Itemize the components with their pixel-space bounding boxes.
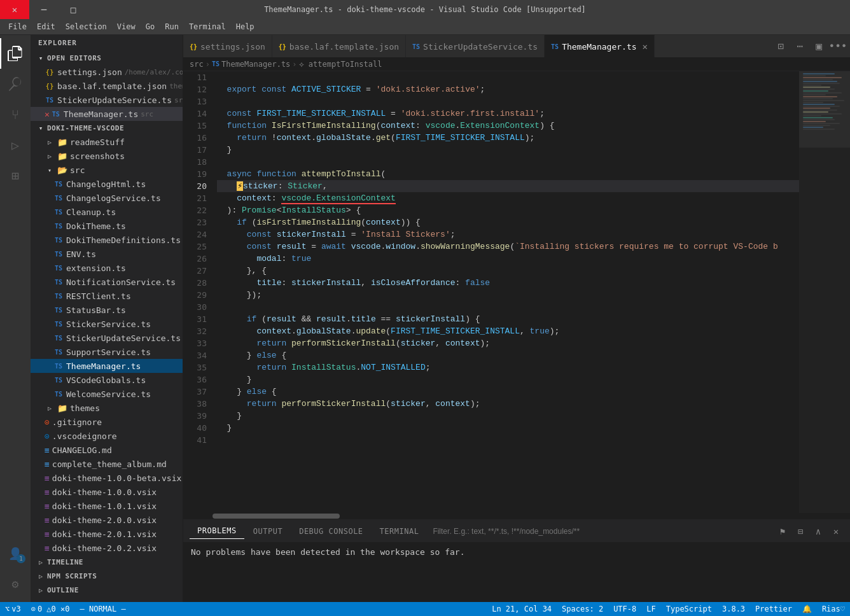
more-actions-button[interactable]: ⋯ <box>791 38 809 55</box>
cursor-position-item[interactable]: Ln 21, Col 34 <box>487 602 557 616</box>
horizontal-scrollbar[interactable] <box>183 513 850 519</box>
notification-item[interactable]: 🔔 <box>797 602 817 616</box>
file-vsix-202[interactable]: ≡ doki-theme-2.0.2.vsix <box>31 541 183 555</box>
file-changelogservice[interactable]: TS ChangelogService.ts <box>31 191 183 205</box>
activity-extensions[interactable]: ⊞ <box>0 160 31 191</box>
scrollbar-thumb[interactable] <box>212 514 340 519</box>
collapse-all-icon[interactable]: ⊟ <box>793 524 808 539</box>
file-welcomeservice[interactable]: TS WelcomeService.ts <box>31 387 183 401</box>
menu-run[interactable]: Run <box>160 21 184 32</box>
file-gitignore[interactable]: ⊙ .gitignore <box>31 415 183 429</box>
menu-go[interactable]: Go <box>141 21 160 32</box>
minimize-button[interactable]: ─ <box>29 0 59 19</box>
activity-search[interactable] <box>0 69 31 99</box>
code-editor[interactable]: 11 12 13 14 15 16 17 18 19 20 21 22 23 2… <box>183 71 850 513</box>
panel-chevron-up[interactable]: ∧ <box>811 524 826 539</box>
split-editor-button[interactable]: ⊡ <box>772 38 790 55</box>
file-notificationservice[interactable]: TS NotificationService.ts <box>31 275 183 289</box>
tab-actions: ⊡ ⋯ ▣ ••• <box>769 35 850 57</box>
tab-base[interactable]: {} base.laf.template.json <box>272 35 406 57</box>
panel-filter-input[interactable] <box>428 527 774 536</box>
file-statusbar[interactable]: TS StatusBar.ts <box>31 303 183 317</box>
menu-edit[interactable]: Edit <box>32 21 60 32</box>
activity-settings[interactable]: ⚙ <box>0 568 31 599</box>
file-cleanup[interactable]: TS Cleanup.ts <box>31 205 183 219</box>
activity-source-control[interactable]: ⑂ <box>0 99 31 130</box>
language-item[interactable]: TypeScript <box>661 602 717 616</box>
open-editor-theme[interactable]: ✕ TS ThemeManager.ts src <box>31 107 183 121</box>
panel-tab-terminal[interactable]: TERMINAL <box>372 524 427 539</box>
file-restclient[interactable]: TS RESTClient.ts <box>31 289 183 303</box>
folder-themes[interactable]: ▷ 📁 themes <box>31 401 183 415</box>
tab-close-button[interactable]: ✕ <box>643 42 648 51</box>
open-editor-settings[interactable]: {} settings.json /home/alex/.con... <box>31 65 183 79</box>
menu-terminal[interactable]: Terminal <box>184 21 231 32</box>
folder-src[interactable]: ▾ 📂 src <box>31 163 183 177</box>
folder-readmestuff[interactable]: ▷ 📁 readmeStuff <box>31 135 183 149</box>
activity-explorer[interactable] <box>0 38 31 69</box>
filter-icon[interactable]: ⚑ <box>775 524 790 539</box>
file-vscodeglobals[interactable]: TS VSCodeGlobals.ts <box>31 373 183 387</box>
file-vsix-201[interactable]: ≡ doki-theme-2.0.1.vsix <box>31 527 183 541</box>
maximize-button[interactable]: □ <box>59 0 88 19</box>
file-dokithemedefs[interactable]: TS DokiThemeDefinitions.ts <box>31 233 183 247</box>
errors-status-item[interactable]: ⊙ 0 △0 ✕0 <box>26 602 75 616</box>
prettier-item[interactable]: Prettier <box>750 602 797 616</box>
file-vsix-101[interactable]: ≡ doki-theme-1.0.1.vsix <box>31 499 183 513</box>
file-supportservice[interactable]: TS SupportService.ts <box>31 345 183 359</box>
tab-sticker[interactable]: TS StickerUpdateService.ts <box>406 35 545 57</box>
file-vsix-100[interactable]: ≡ doki-theme-1.0.0.vsix <box>31 485 183 499</box>
file-extension[interactable]: TS extension.ts <box>31 261 183 275</box>
panel-tab-problems[interactable]: PROBLEMS <box>190 523 244 539</box>
open-editor-base[interactable]: {} base.laf.template.json theme... <box>31 79 183 93</box>
folder-screenshots[interactable]: ▷ 📁 screenshots <box>31 149 183 163</box>
file-dokitheme[interactable]: TS DokiTheme.ts <box>31 219 183 233</box>
window-controls: ✕ ─ □ <box>0 0 88 19</box>
file-label-vscodeglobals: VSCodeGlobals.ts <box>66 375 146 385</box>
panel-tab-debug[interactable]: DEBUG CONSOLE <box>291 524 370 539</box>
vim-mode-text: – NORMAL – <box>80 605 126 613</box>
menu-file[interactable]: File <box>3 21 32 32</box>
breadcrumb-ts-icon: TS <box>212 60 219 67</box>
prettier-version-item[interactable]: 3.8.3 <box>717 602 750 616</box>
theme-item[interactable]: Rias♡ <box>817 602 850 616</box>
panel-close[interactable]: ✕ <box>828 524 844 539</box>
code-line-34: } else { <box>217 349 799 361</box>
indent-item[interactable]: Spaces: 2 <box>557 602 608 616</box>
minimap[interactable] <box>799 71 850 513</box>
ts-icon-thememanager: TS <box>53 363 64 370</box>
encoding-item[interactable]: UTF-8 <box>608 602 641 616</box>
vim-mode-status[interactable]: – NORMAL – <box>75 602 131 616</box>
file-vsix-beta[interactable]: ≡ doki-theme-1.0.0-beta.vsix <box>31 471 183 485</box>
ellipsis-button[interactable]: ••• <box>829 38 847 55</box>
file-vscodeignore[interactable]: ⊙ .vscodeignore <box>31 429 183 443</box>
eol-item[interactable]: LF <box>641 602 660 616</box>
remote-status-item[interactable]: ⌥ v3 <box>0 602 26 616</box>
file-thememanager[interactable]: TS ThemeManager.ts <box>31 359 183 373</box>
panel-tab-output[interactable]: OUTPUT <box>246 524 290 539</box>
layout-button[interactable]: ▣ <box>810 38 828 55</box>
open-editor-sticker[interactable]: TS StickerUpdateService.ts src <box>31 93 183 107</box>
close-button[interactable]: ✕ <box>0 0 29 19</box>
file-env[interactable]: TS ENV.ts <box>31 247 183 261</box>
code-content[interactable]: export const ACTIVE_STICKER = 'doki.stic… <box>212 71 799 513</box>
menu-selection[interactable]: Selection <box>60 21 112 32</box>
file-changelog[interactable]: ≡ CHANGELOG.md <box>31 443 183 457</box>
ts-icon-support: TS <box>53 349 64 356</box>
open-editors-section[interactable]: ▾ OPEN EDITORS <box>31 51 183 65</box>
project-section[interactable]: ▾ DOKI-THEME-VSCODE <box>31 121 183 135</box>
file-changeloghtml[interactable]: TS ChangelogHtml.ts <box>31 177 183 191</box>
menu-help[interactable]: Help <box>231 21 260 32</box>
tab-thememanager[interactable]: TS ThemeManager.ts ✕ <box>545 35 655 57</box>
outline-section[interactable]: ▷ OUTLINE <box>31 583 183 597</box>
activity-account[interactable]: 👤 1 <box>0 538 31 568</box>
file-vsix-200[interactable]: ≡ doki-theme-2.0.0.vsix <box>31 513 183 527</box>
timeline-section[interactable]: ▷ TIMELINE <box>31 555 183 569</box>
activity-debug[interactable]: ▷ <box>0 130 31 160</box>
file-complete-theme-album[interactable]: ≡ complete_theme_album.md <box>31 457 183 471</box>
file-stickerupdate[interactable]: TS StickerUpdateService.ts <box>31 331 183 345</box>
file-stickerservice[interactable]: TS StickerService.ts <box>31 317 183 331</box>
tab-settings[interactable]: {} settings.json <box>183 35 272 57</box>
menu-view[interactable]: View <box>112 21 141 32</box>
npm-scripts-section[interactable]: ▷ NPM SCRIPTS <box>31 569 183 583</box>
